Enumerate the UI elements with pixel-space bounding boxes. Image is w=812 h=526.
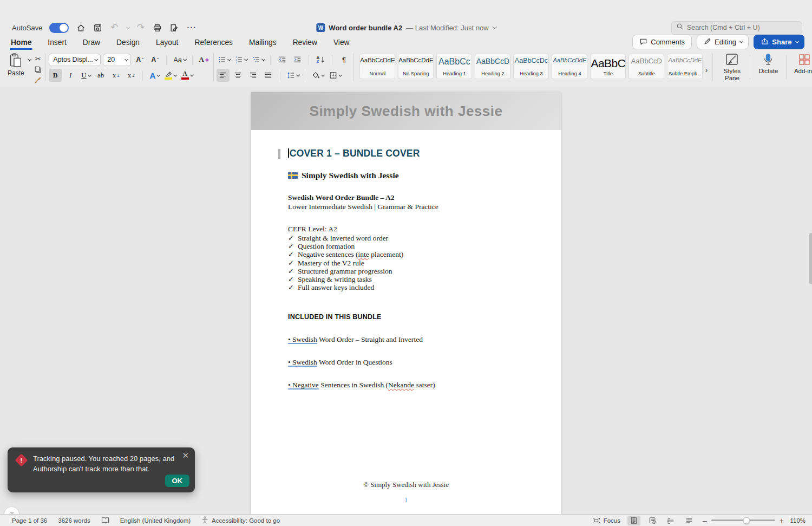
highlight-color-button[interactable]: [163, 69, 178, 82]
sort-button[interactable]: AZ: [314, 53, 327, 66]
superscript-button[interactable]: x2: [125, 69, 137, 82]
styles-gallery-more-button[interactable]: ›: [705, 64, 708, 74]
dictate-button[interactable]: Dictate: [753, 53, 783, 75]
focus-button[interactable]: Focus: [592, 517, 620, 524]
share-document-icon[interactable]: [169, 23, 179, 33]
align-right-button[interactable]: [247, 69, 260, 82]
search-box[interactable]: [671, 21, 802, 35]
ok-button[interactable]: OK: [165, 475, 190, 487]
draft-view-button[interactable]: [683, 516, 696, 525]
tab-design[interactable]: Design: [116, 38, 140, 50]
tab-layout[interactable]: Layout: [156, 38, 178, 50]
document-page[interactable]: Simply Swedish with Jessie COVER 1 – BUN…: [251, 92, 561, 514]
grow-font-button[interactable]: Aˆ: [133, 53, 146, 66]
show-formatting-marks-button[interactable]: ¶: [337, 53, 350, 66]
borders-button[interactable]: [328, 69, 343, 82]
more-commands-icon[interactable]: ⋯: [186, 23, 196, 33]
proofing-status[interactable]: [101, 517, 109, 524]
underline-button[interactable]: U: [79, 69, 92, 82]
italic-button[interactable]: I: [64, 69, 77, 82]
outline-view-button[interactable]: [664, 516, 677, 525]
page-count-status[interactable]: Page 1 of 36: [12, 517, 47, 524]
style-card-subtle-emph[interactable]: AaBbCcDdESubtle Emph...: [667, 54, 703, 79]
scrollbar-thumb[interactable]: [809, 233, 812, 284]
paste-dropdown-icon[interactable]: [28, 57, 31, 61]
bundle-item: • Swedish Word Order – Straight and Inve…: [288, 335, 524, 343]
comments-button[interactable]: Comments: [632, 35, 692, 49]
font-name-select[interactable]: Aptos Displ...: [49, 54, 101, 66]
autosave-label: AutoSave: [12, 24, 42, 32]
bold-button[interactable]: B: [49, 69, 62, 82]
warning-icon: !: [15, 453, 28, 466]
reading-view-button[interactable]: [646, 516, 659, 525]
style-card-heading-3[interactable]: AaBbCcDcHeading 3: [513, 54, 549, 79]
subscript-button[interactable]: x2: [109, 69, 122, 82]
checklist-item: ✓Structured grammar progression: [288, 267, 524, 275]
zoom-slider-thumb[interactable]: [743, 517, 750, 524]
paste-button[interactable]: Paste: [8, 53, 24, 85]
editing-mode-button[interactable]: Editing: [697, 35, 749, 49]
title-dropdown-icon[interactable]: [493, 24, 497, 29]
zoom-out-button[interactable]: –: [703, 518, 707, 523]
style-card-heading-1[interactable]: AaBbCcHeading 1: [436, 54, 472, 79]
multilevel-list-button[interactable]: [251, 53, 266, 66]
clear-formatting-button[interactable]: A◆: [198, 53, 211, 66]
style-card-subtitle[interactable]: AaBbCcDSubtitle: [628, 54, 664, 79]
document-heading: COVER 1 – BUNDLE COVER: [288, 148, 524, 159]
line-spacing-button[interactable]: [285, 69, 300, 82]
style-card-heading-4[interactable]: AaBbCcDdEHeading 4: [552, 54, 587, 79]
style-card-title[interactable]: AaBbCTitle: [590, 54, 626, 79]
numbered-list-button[interactable]: 123: [233, 53, 248, 66]
save-icon[interactable]: [93, 23, 102, 33]
change-case-button[interactable]: Aa: [172, 53, 187, 66]
bullet-list-button[interactable]: [217, 53, 232, 66]
language-status[interactable]: English (United Kingdom): [120, 517, 191, 524]
document-title[interactable]: Word order bundle A2: [329, 24, 402, 32]
accessibility-status[interactable]: Accessibility: Good to go: [201, 516, 280, 525]
tab-review[interactable]: Review: [293, 38, 317, 50]
autosave-toggle[interactable]: [49, 23, 69, 33]
undo-icon: ↶: [109, 23, 119, 33]
close-icon[interactable]: ✕: [182, 451, 189, 460]
tab-mailings[interactable]: Mailings: [249, 38, 277, 50]
document-modified-label: — Last Modified: Just now: [406, 24, 488, 32]
shading-button[interactable]: [310, 69, 325, 82]
align-center-button[interactable]: [232, 69, 245, 82]
search-input[interactable]: [687, 24, 797, 31]
tab-references[interactable]: References: [194, 38, 233, 50]
style-card-normal[interactable]: AaBbCcDdENormal: [359, 54, 395, 79]
increase-indent-button[interactable]: [291, 53, 304, 66]
zoom-slider[interactable]: [711, 519, 775, 521]
footer-page-number: 1: [251, 496, 561, 504]
zoom-in-button[interactable]: +: [780, 518, 784, 523]
style-card-heading-2[interactable]: AaBbCcDHeading 2: [475, 54, 510, 79]
chevron-down-icon: [795, 40, 798, 43]
checklist-item: ✓Speaking & writing tasks: [288, 275, 524, 283]
font-size-select[interactable]: 20: [103, 54, 131, 66]
decrease-indent-button[interactable]: [276, 53, 289, 66]
cut-icon[interactable]: ✂: [33, 54, 43, 63]
text-effects-button[interactable]: A: [148, 69, 161, 82]
format-painter-icon[interactable]: [33, 76, 43, 85]
strikethrough-button[interactable]: ab: [94, 69, 107, 82]
tab-home[interactable]: Home: [11, 38, 31, 50]
align-left-button[interactable]: [217, 69, 230, 82]
home-icon[interactable]: [76, 23, 86, 33]
pencil-icon: [704, 37, 711, 47]
tab-insert[interactable]: Insert: [48, 38, 67, 50]
style-card-no-spacing[interactable]: AaBbCcDdENo Spacing: [398, 54, 434, 79]
styles-pane-button[interactable]: Styles Pane: [717, 53, 747, 82]
print-icon[interactable]: [153, 23, 162, 33]
justify-button[interactable]: [262, 69, 275, 82]
banner-title: Simply Swedish with Jessie: [310, 103, 503, 120]
tab-draw[interactable]: Draw: [83, 38, 100, 50]
share-button[interactable]: Share: [754, 35, 804, 49]
copy-icon[interactable]: [33, 65, 43, 74]
shrink-font-button[interactable]: Aˇ: [148, 53, 161, 66]
add-ins-button[interactable]: Add-ins: [789, 53, 812, 75]
word-count-status[interactable]: 3626 words: [58, 517, 90, 524]
font-color-button[interactable]: A: [180, 69, 194, 82]
zoom-level[interactable]: 110%: [788, 517, 806, 524]
print-layout-view-button[interactable]: [627, 516, 640, 525]
tab-view[interactable]: View: [333, 38, 350, 50]
